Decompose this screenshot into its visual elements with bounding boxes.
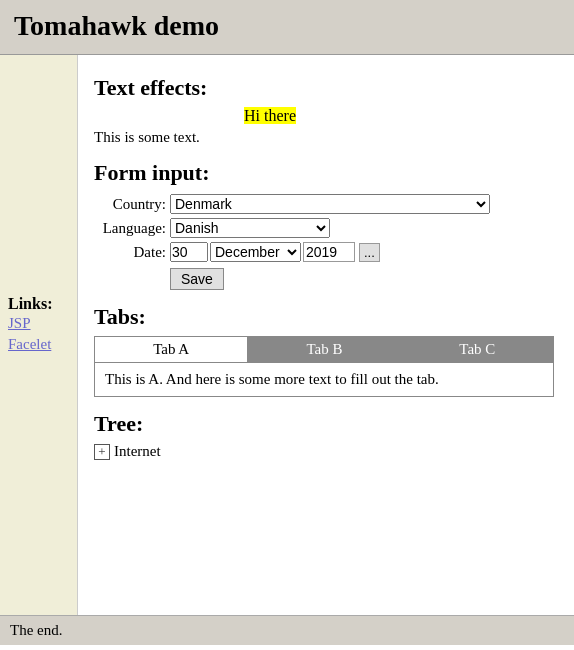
main-layout: Links: JSP Facelet Text effects: Hi ther… <box>0 55 574 615</box>
country-label: Country: <box>94 196 166 213</box>
tab-b[interactable]: Tab B <box>248 337 401 362</box>
language-select[interactable]: Danish Swedish Norwegian Finnish <box>170 218 330 238</box>
sidebar-link-jsp[interactable]: JSP <box>8 313 69 334</box>
date-year-input[interactable] <box>303 242 355 262</box>
form-input-heading: Form input: <box>94 160 558 186</box>
date-label: Date: <box>94 244 166 261</box>
text-effects-heading: Text effects: <box>94 75 558 101</box>
date-row: Date: January February March April May J… <box>94 242 558 262</box>
form-input-section: Form input: Country: Denmark Sweden Norw… <box>94 160 558 290</box>
tree-heading: Tree: <box>94 411 558 437</box>
tabs-section: Tabs: Tab A Tab B Tab C This is A. And h… <box>94 304 558 397</box>
date-day-input[interactable] <box>170 242 208 262</box>
tree-section: Tree: + Internet <box>94 411 558 460</box>
country-row: Country: Denmark Sweden Norway Finland <box>94 194 558 214</box>
sidebar-link-facelet[interactable]: Facelet <box>8 334 69 355</box>
tab-c[interactable]: Tab C <box>402 337 553 362</box>
main-content: Text effects: Hi there This is some text… <box>78 55 574 615</box>
language-label: Language: <box>94 220 166 237</box>
tab-a[interactable]: Tab A <box>95 337 248 362</box>
text-effects-section: Text effects: Hi there This is some text… <box>94 75 558 146</box>
tree-item-label: Internet <box>114 443 161 460</box>
body-text: This is some text. <box>94 129 558 146</box>
tree-item-internet: + Internet <box>94 443 558 460</box>
page-footer: The end. <box>0 615 574 645</box>
highlight-text: Hi there <box>244 107 296 124</box>
tabs-header: Tab A Tab B Tab C <box>95 337 553 363</box>
sidebar: Links: JSP Facelet <box>0 55 78 615</box>
tab-content: This is A. And here is some more text to… <box>95 363 553 396</box>
footer-text: The end. <box>10 622 62 638</box>
date-picker-button[interactable]: ... <box>359 243 380 262</box>
country-select[interactable]: Denmark Sweden Norway Finland <box>170 194 490 214</box>
tabs-container: Tab A Tab B Tab C This is A. And here is… <box>94 336 554 397</box>
tabs-heading: Tabs: <box>94 304 558 330</box>
save-button[interactable]: Save <box>170 268 224 290</box>
page-title: Tomahawk demo <box>14 10 560 42</box>
date-month-select[interactable]: January February March April May June Ju… <box>210 242 301 262</box>
page-header: Tomahawk demo <box>0 0 574 55</box>
language-row: Language: Danish Swedish Norwegian Finni… <box>94 218 558 238</box>
sidebar-links-label: Links: <box>8 295 52 312</box>
tree-expand-icon[interactable]: + <box>94 444 110 460</box>
